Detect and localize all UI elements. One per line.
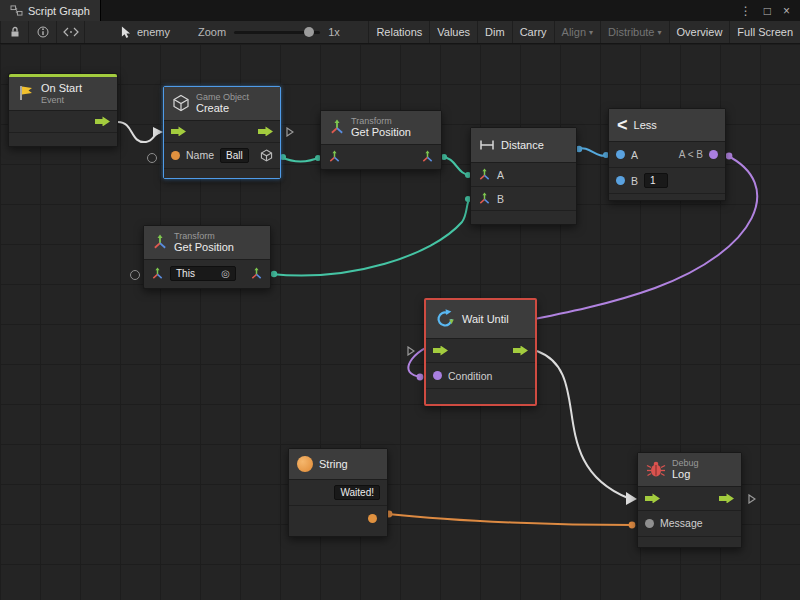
toolbar-button-overview[interactable]: Overview bbox=[669, 21, 730, 43]
distance-icon bbox=[479, 138, 495, 152]
zoom-label: Zoom bbox=[198, 26, 226, 38]
vector3-input-port-a[interactable] bbox=[478, 168, 491, 181]
object-picker-icon[interactable]: ◎ bbox=[221, 268, 230, 279]
wire-endpoint-dot bbox=[629, 522, 636, 529]
node-title: Log bbox=[672, 468, 699, 481]
port-label: B bbox=[497, 193, 504, 205]
lock-icon bbox=[9, 26, 21, 38]
zoom-control: Zoom 1x bbox=[198, 21, 340, 43]
control-output-port[interactable] bbox=[513, 346, 528, 356]
node-less[interactable]: < Less A A < B B 1 bbox=[608, 108, 726, 201]
transform-axis-icon bbox=[329, 119, 345, 135]
unconnected-port-ring bbox=[130, 270, 140, 280]
connection-arrow-icon bbox=[407, 346, 415, 356]
vector3-output-port[interactable] bbox=[250, 267, 263, 280]
menu-icon[interactable]: ⋮ bbox=[740, 5, 752, 17]
tab-title: Script Graph bbox=[28, 5, 90, 17]
wire-arrowhead bbox=[626, 492, 637, 505]
toolbar-button-values[interactable]: Values bbox=[429, 21, 477, 43]
string-type-icon bbox=[297, 456, 313, 472]
node-category: Debug bbox=[672, 458, 699, 468]
transform-input-port[interactable] bbox=[151, 267, 164, 280]
wire-endpoint-dot bbox=[726, 153, 733, 160]
dropdown-arrow-icon: ▾ bbox=[589, 28, 593, 37]
info-button[interactable] bbox=[29, 21, 57, 43]
node-string-literal[interactable]: String Waited! bbox=[288, 448, 388, 537]
string-input-port[interactable] bbox=[171, 151, 180, 160]
tab-script-graph[interactable]: Script Graph bbox=[0, 0, 101, 21]
node-wait-until[interactable]: Wait Until Condition bbox=[424, 298, 537, 406]
name-input[interactable]: Ball bbox=[220, 148, 249, 163]
node-title: Distance bbox=[501, 139, 544, 151]
node-on-start-event[interactable]: On Start Event bbox=[8, 73, 118, 147]
port-label: Message bbox=[660, 517, 703, 529]
b-value-input[interactable]: 1 bbox=[644, 173, 668, 188]
wire-string-to-debuglog-message[interactable] bbox=[388, 514, 633, 525]
cube-icon bbox=[172, 94, 190, 112]
vector3-output-port[interactable] bbox=[421, 150, 434, 163]
toolbar-button-align[interactable]: Align▾ bbox=[554, 21, 600, 43]
control-input-port[interactable] bbox=[645, 493, 660, 503]
wire-endpoint-dot bbox=[271, 271, 277, 277]
toolbar-button-dim[interactable]: Dim bbox=[477, 21, 512, 43]
node-distance[interactable]: Distance A B bbox=[470, 127, 577, 225]
transform-axis-icon bbox=[152, 234, 168, 250]
node-debug-log[interactable]: Debug Log Message bbox=[637, 452, 742, 548]
unity-script-graph-window: Script Graph ⋮ □ × bbox=[0, 0, 800, 600]
connection-arrow-icon bbox=[748, 494, 756, 504]
node-title: Less bbox=[634, 119, 657, 131]
boolean-output-port[interactable] bbox=[709, 150, 718, 159]
node-title: String bbox=[319, 458, 348, 470]
target-input[interactable]: This ◎ bbox=[170, 266, 236, 281]
message-input-port[interactable] bbox=[645, 519, 654, 528]
graph-toolbar: enemy Zoom 1x Relations Values Dim Carry… bbox=[0, 21, 800, 44]
number-input-port-a[interactable] bbox=[616, 150, 625, 159]
node-get-position-2[interactable]: Transform Get Position This ◎ bbox=[143, 225, 271, 289]
control-input-port[interactable] bbox=[171, 126, 186, 136]
wire-waituntil-to-debuglog[interactable] bbox=[537, 351, 628, 498]
wire-getposition-to-distance-a[interactable] bbox=[442, 157, 470, 175]
node-category: Transform bbox=[174, 231, 234, 241]
number-input-port-b[interactable] bbox=[616, 176, 625, 185]
vector3-input-port-b[interactable] bbox=[478, 192, 491, 205]
control-input-port[interactable] bbox=[433, 346, 448, 356]
port-label: B bbox=[631, 175, 638, 187]
control-output-port[interactable] bbox=[258, 126, 273, 136]
connection-arrow-icon bbox=[286, 127, 294, 137]
zoom-slider[interactable] bbox=[234, 31, 320, 34]
toolbar-buttons: Relations Values Dim Carry Align▾ Distri… bbox=[368, 21, 800, 43]
code-icon bbox=[63, 27, 79, 37]
boolean-input-port[interactable] bbox=[433, 371, 442, 380]
code-view-button[interactable] bbox=[57, 21, 85, 43]
string-output-port[interactable] bbox=[368, 514, 377, 523]
toolbar-button-fullscreen[interactable]: Full Screen bbox=[729, 21, 800, 43]
wire-create-to-getposition[interactable] bbox=[281, 157, 320, 162]
zoom-value: 1x bbox=[328, 26, 340, 38]
node-get-position-1[interactable]: Transform Get Position bbox=[320, 110, 442, 170]
gameobject-output-port[interactable] bbox=[260, 149, 273, 162]
graph-name-label: enemy bbox=[137, 26, 170, 38]
node-title: On Start bbox=[41, 82, 82, 95]
lock-button[interactable] bbox=[0, 21, 29, 43]
control-output-port[interactable] bbox=[719, 493, 734, 503]
node-category: Transform bbox=[351, 116, 411, 126]
less-icon: < bbox=[617, 118, 628, 132]
node-title: Get Position bbox=[174, 241, 234, 254]
node-gameobject-create[interactable]: Game Object Create Name Ball bbox=[163, 86, 281, 179]
toolbar-button-distribute[interactable]: Distribute▾ bbox=[600, 21, 668, 43]
wire-getposition2-to-distance-b[interactable] bbox=[271, 199, 470, 275]
maximize-icon[interactable]: □ bbox=[764, 5, 771, 17]
close-icon[interactable]: × bbox=[783, 5, 790, 17]
wire-arrowhead bbox=[153, 127, 163, 137]
graph-name: enemy bbox=[121, 21, 170, 43]
transform-input-port[interactable] bbox=[328, 150, 341, 163]
toolbar-button-carry[interactable]: Carry bbox=[512, 21, 554, 43]
toolbar-button-relations[interactable]: Relations bbox=[368, 21, 429, 43]
control-output-port[interactable] bbox=[95, 116, 110, 126]
string-value-input[interactable]: Waited! bbox=[334, 485, 380, 500]
unconnected-port-ring bbox=[147, 153, 157, 163]
zoom-slider-knob[interactable] bbox=[304, 27, 314, 37]
script-graph-icon bbox=[10, 5, 23, 16]
graph-canvas[interactable]: On Start Event Game Object Create bbox=[0, 44, 800, 600]
node-title: Get Position bbox=[351, 126, 411, 139]
